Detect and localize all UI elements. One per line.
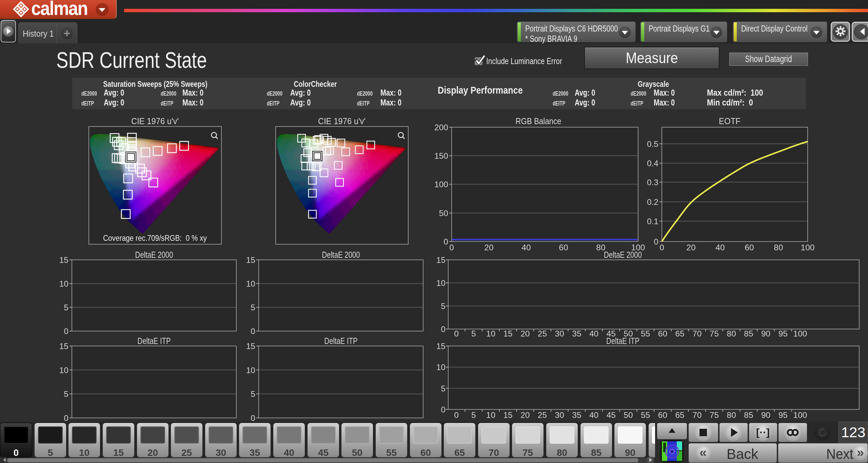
svg-text:10: 10 [486, 410, 495, 420]
svg-text:DeltaE 2000: DeltaE 2000 [135, 250, 173, 260]
svg-text:20: 20 [520, 410, 530, 420]
svg-text:10: 10 [246, 366, 255, 375]
svg-text:5: 5 [471, 329, 476, 338]
svg-text:DeltaE ITP: DeltaE ITP [138, 336, 171, 346]
svg-text:65: 65 [675, 329, 684, 338]
svg-text:150: 150 [434, 151, 448, 160]
svg-text:200: 200 [434, 123, 448, 132]
svg-text:5: 5 [251, 389, 255, 399]
svg-text:0.2: 0.2 [647, 197, 658, 207]
svg-text:Coverage rec.709/sRGB: 0 % xy: Coverage rec.709/sRGB: 0 % xy [103, 234, 207, 243]
svg-text:15: 15 [436, 342, 446, 351]
svg-text:50: 50 [624, 410, 633, 420]
svg-text:5: 5 [64, 303, 68, 312]
svg-text:60: 60 [658, 329, 667, 338]
svg-text:0: 0 [654, 237, 658, 246]
svg-text:75: 75 [710, 410, 719, 420]
svg-text:0: 0 [441, 405, 446, 414]
svg-text:45: 45 [607, 410, 616, 420]
svg-text:10: 10 [436, 278, 446, 288]
svg-text:0.4: 0.4 [647, 159, 658, 168]
svg-text:0: 0 [454, 329, 459, 338]
svg-text:10: 10 [59, 366, 68, 375]
svg-text:35: 35 [572, 410, 581, 420]
svg-text:50: 50 [439, 209, 448, 218]
svg-text:100: 100 [793, 410, 807, 420]
svg-text:25: 25 [538, 329, 547, 338]
svg-text:15: 15 [59, 255, 68, 265]
svg-text:0.5: 0.5 [647, 139, 658, 149]
svg-text:20: 20 [520, 329, 530, 338]
svg-text:15: 15 [503, 410, 512, 420]
svg-text:15: 15 [246, 342, 255, 351]
svg-text:DeltaE ITP: DeltaE ITP [324, 336, 358, 346]
svg-text:95: 95 [778, 410, 788, 420]
svg-text:40: 40 [589, 329, 598, 338]
svg-text:0: 0 [251, 413, 255, 423]
svg-text:EOTF: EOTF [719, 116, 741, 126]
svg-text:0: 0 [454, 410, 459, 420]
svg-text:15: 15 [59, 342, 68, 351]
svg-text:80: 80 [727, 410, 736, 420]
svg-text:30: 30 [555, 410, 564, 420]
svg-text:60: 60 [559, 243, 568, 252]
svg-text:0: 0 [449, 243, 454, 252]
svg-text:55: 55 [641, 410, 650, 420]
svg-text:0.3: 0.3 [647, 178, 658, 187]
svg-text:100: 100 [434, 180, 448, 189]
svg-text:25: 25 [538, 410, 547, 420]
svg-text:65: 65 [675, 410, 684, 420]
svg-text:40: 40 [715, 243, 725, 252]
svg-text:5: 5 [251, 303, 255, 312]
svg-text:100: 100 [793, 329, 807, 338]
svg-text:DeltaE 2000: DeltaE 2000 [322, 250, 360, 260]
svg-text:70: 70 [692, 329, 702, 338]
svg-text:55: 55 [641, 329, 650, 338]
svg-text:90: 90 [761, 410, 770, 420]
svg-text:5: 5 [64, 389, 68, 399]
svg-text:35: 35 [572, 329, 581, 338]
svg-text:CIE 1976 u'v': CIE 1976 u'v' [131, 116, 179, 126]
svg-text:90: 90 [761, 329, 770, 338]
svg-text:75: 75 [710, 329, 719, 338]
svg-text:100: 100 [801, 243, 815, 252]
svg-text:40: 40 [521, 243, 531, 252]
svg-text:15: 15 [503, 329, 512, 338]
svg-text:20: 20 [484, 243, 493, 252]
svg-text:85: 85 [744, 329, 753, 338]
svg-text:5: 5 [441, 384, 446, 393]
svg-text:0: 0 [443, 237, 448, 246]
svg-text:15: 15 [436, 255, 446, 265]
svg-text:0: 0 [64, 327, 68, 336]
svg-text:80: 80 [727, 329, 736, 338]
svg-text:0: 0 [441, 325, 446, 334]
svg-text:95: 95 [778, 329, 788, 338]
svg-text:70: 70 [692, 410, 702, 420]
svg-text:10: 10 [59, 279, 68, 288]
svg-text:10: 10 [246, 279, 255, 288]
svg-text:5: 5 [441, 302, 446, 311]
svg-text:0: 0 [659, 243, 664, 252]
svg-text:0.1: 0.1 [647, 217, 658, 226]
svg-text:DeltaE ITP: DeltaE ITP [606, 336, 639, 346]
svg-text:5: 5 [471, 410, 476, 420]
svg-text:10: 10 [486, 329, 495, 338]
svg-text:80: 80 [774, 243, 783, 252]
svg-text:30: 30 [555, 329, 564, 338]
svg-text:60: 60 [745, 243, 754, 252]
svg-text:DeltaE 2000: DeltaE 2000 [604, 250, 642, 260]
svg-text:40: 40 [589, 410, 598, 420]
svg-text:60: 60 [658, 410, 667, 420]
svg-text:10: 10 [436, 363, 446, 372]
svg-text:RGB Balance: RGB Balance [516, 116, 561, 126]
svg-text:0: 0 [64, 413, 68, 423]
svg-text:15: 15 [246, 255, 255, 265]
svg-text:0: 0 [251, 327, 255, 336]
svg-text:20: 20 [686, 243, 695, 252]
svg-text:85: 85 [744, 410, 753, 420]
svg-text:CIE 1976 u'v': CIE 1976 u'v' [318, 116, 366, 126]
